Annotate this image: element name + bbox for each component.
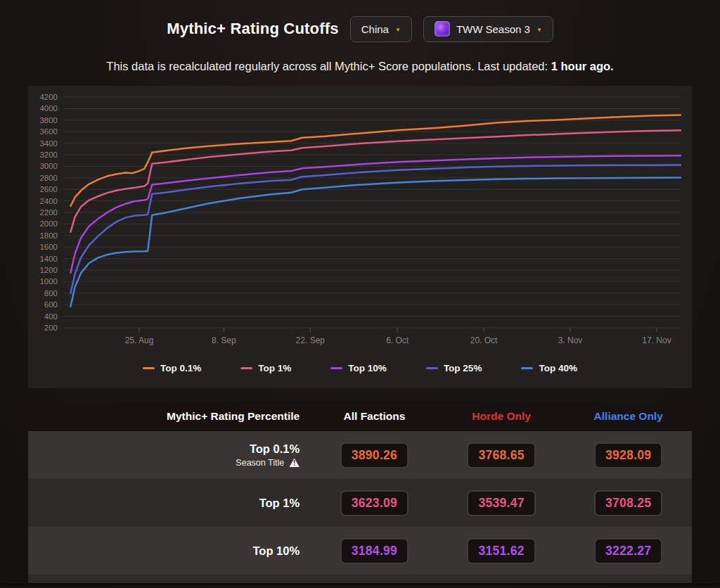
cutoff-value-cell: 3928.09: [565, 442, 692, 468]
legend-item-top-25-[interactable]: Top 25%: [426, 363, 482, 373]
cutoff-value: 3222.27: [594, 538, 662, 564]
y-axis-tick-label: 1200: [39, 266, 58, 274]
cutoff-value-cell: 3222.27: [565, 538, 692, 564]
cutoff-value: 3708.25: [594, 490, 662, 516]
percentile-label: Top 10%: [28, 544, 300, 558]
cutoff-value: 3184.99: [340, 538, 409, 564]
warning-exclamation: !: [289, 459, 300, 467]
column-header-all-factions: All Factions: [311, 410, 438, 423]
cutoff-value: 3151.62: [467, 538, 535, 564]
percentile-cell: Top 1%: [28, 497, 311, 510]
subtitle: This data is recalculated regularly acro…: [0, 60, 720, 73]
x-axis-tick-label: 25. Aug: [125, 335, 154, 345]
season-icon: [435, 21, 450, 37]
season-dropdown[interactable]: TWW Season 3 ▼: [423, 16, 553, 42]
cutoff-value-cell: 3184.99: [311, 538, 438, 564]
y-axis-tick-label: 2400: [39, 197, 58, 205]
legend-swatch-icon: [330, 367, 342, 369]
legend-swatch-icon: [143, 367, 155, 369]
y-axis-tick-label: 1600: [39, 243, 58, 251]
table-row: Top 1%3623.093539.473708.25: [28, 479, 692, 527]
header: Mythic+ Rating Cutoffs China ▼ TWW Seaso…: [0, 15, 720, 42]
x-axis-tick-label: 3. Nov: [558, 335, 583, 345]
series-line-top-10-: [70, 155, 681, 273]
legend-item-top-10-[interactable]: Top 10%: [330, 363, 387, 373]
season-title-note: Season Title!: [28, 458, 300, 468]
page: Mythic+ Rating Cutoffs China ▼ TWW Seaso…: [0, 15, 720, 585]
y-axis-tick-label: 4000: [39, 104, 58, 113]
percentile-label: Top 1%: [28, 497, 300, 510]
legend-label: Top 0.1%: [160, 363, 201, 373]
series-line-top-40-: [70, 178, 681, 307]
chevron-down-icon: ▼: [536, 27, 542, 33]
y-axis-tick-label: 200: [44, 324, 58, 332]
x-axis-tick-label: 22. Sep: [296, 335, 326, 345]
y-axis-tick-label: 2000: [39, 219, 58, 228]
y-axis-tick-label: 3600: [39, 127, 58, 136]
y-axis-tick-label: 3400: [39, 139, 58, 148]
legend-label: Top 40%: [539, 363, 577, 373]
cutoffs-table: Mythic+ Rating Percentile All Factions H…: [28, 402, 692, 575]
cutoff-value-cell: 3623.09: [311, 490, 438, 516]
column-header-horde-only: Horde Only: [438, 410, 565, 423]
y-axis-tick-label: 2800: [39, 174, 58, 182]
region-dropdown[interactable]: China ▼: [350, 16, 412, 42]
last-updated-value: 1 hour ago.: [551, 60, 614, 72]
column-header-percentile: Mythic+ Rating Percentile: [28, 410, 311, 423]
page-title: Mythic+ Rating Cutoffs: [167, 20, 339, 38]
legend-item-top-0-1-[interactable]: Top 0.1%: [143, 363, 201, 373]
legend-label: Top 10%: [348, 363, 387, 373]
chart-panel: 4200400038003600340032003000280026002400…: [28, 86, 692, 388]
table-header-row: Mythic+ Rating Percentile All Factions H…: [28, 402, 692, 431]
season-title-label: Season Title: [236, 458, 284, 468]
y-axis-tick-label: 3800: [39, 116, 58, 124]
series-line-top-1-: [70, 130, 681, 232]
table-row: Top 0.1%Season Title!3890.263768.653928.…: [28, 431, 692, 479]
table-body: Top 0.1%Season Title!3890.263768.653928.…: [28, 431, 692, 575]
legend-label: Top 1%: [258, 363, 291, 373]
x-axis-tick-label: 6. Oct: [386, 335, 409, 345]
cutoff-value-cell: 3151.62: [438, 538, 565, 564]
y-axis-tick-label: 1400: [39, 255, 58, 263]
warning-icon: !: [289, 458, 300, 467]
y-axis-tick-label: 400: [44, 312, 58, 321]
x-axis-tick-label: 8. Sep: [212, 335, 236, 345]
y-axis-tick-label: 1800: [39, 231, 58, 240]
percentile-label: Top 0.1%: [28, 442, 300, 456]
region-dropdown-label: China: [361, 23, 389, 35]
cutoff-value-cell: 3890.26: [311, 442, 438, 468]
cutoff-value: 3539.47: [467, 490, 535, 516]
y-axis-tick-label: 3200: [39, 151, 58, 159]
y-axis-tick-label: 4200: [39, 93, 58, 101]
legend-item-top-40-[interactable]: Top 40%: [521, 363, 577, 373]
legend-label: Top 25%: [444, 363, 482, 373]
legend-swatch-icon: [521, 367, 533, 369]
page-bottom-edge: [0, 583, 720, 585]
x-axis-tick-label: 20. Oct: [470, 335, 498, 345]
chart-legend: Top 0.1%Top 1%Top 10%Top 25%Top 40%: [28, 357, 692, 378]
chevron-down-icon: ▼: [395, 27, 401, 33]
column-header-alliance-only: Alliance Only: [565, 410, 692, 423]
cutoff-value: 3890.26: [340, 442, 409, 468]
y-axis-tick-label: 2200: [39, 208, 58, 217]
percentile-cell: Top 0.1%Season Title!: [28, 442, 311, 468]
y-axis-tick-label: 3000: [39, 162, 58, 170]
cutoff-value-cell: 3708.25: [565, 490, 692, 516]
table-row: Top 10%3184.993151.623222.27: [28, 527, 692, 575]
x-axis-tick-label: 17. Nov: [642, 335, 671, 345]
cutoff-value: 3928.09: [594, 442, 662, 468]
y-axis-tick-label: 800: [44, 289, 58, 298]
percentile-cell: Top 10%: [28, 544, 311, 558]
cutoff-value-cell: 3539.47: [438, 490, 565, 516]
legend-swatch-icon: [426, 367, 438, 369]
cutoff-value: 3623.09: [340, 490, 409, 516]
subtitle-text: This data is recalculated regularly acro…: [106, 60, 548, 72]
y-axis-tick-label: 1000: [39, 277, 58, 286]
cutoff-value-cell: 3768.65: [438, 442, 565, 468]
season-dropdown-label: TWW Season 3: [456, 23, 530, 35]
table-row-partial: [28, 575, 692, 583]
cutoffs-chart: 4200400038003600340032003000280026002400…: [28, 90, 692, 352]
legend-swatch-icon: [240, 367, 252, 369]
y-axis-tick-label: 600: [44, 300, 58, 309]
legend-item-top-1-[interactable]: Top 1%: [240, 363, 291, 373]
